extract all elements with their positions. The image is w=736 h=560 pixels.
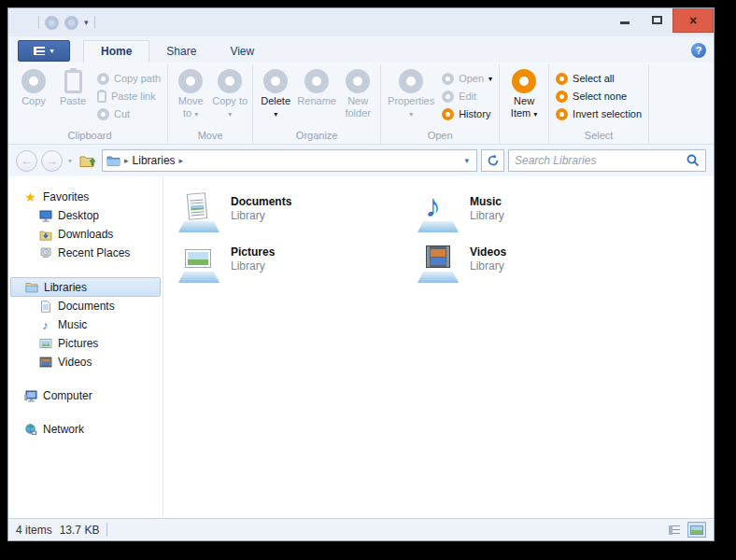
select-all-button[interactable]: Select all (556, 71, 642, 86)
sidebar-item-label: Videos (58, 356, 92, 369)
tab-share[interactable]: Share (149, 41, 213, 63)
chevron-down-icon: ▾ (274, 110, 277, 119)
qat-button-1-icon[interactable] (45, 16, 59, 30)
libraries-icon (24, 280, 38, 294)
titlebar: ▾ × (8, 8, 714, 36)
new-item-button[interactable]: New Item ▾ (502, 66, 545, 120)
item-type: Library (470, 259, 506, 273)
ribbon-group-new: New Item ▾ (500, 64, 549, 144)
group-label-clipboard: Clipboard (15, 128, 164, 144)
select-none-button[interactable]: Select none (556, 89, 642, 104)
minimize-button[interactable] (609, 8, 641, 29)
downloads-icon (38, 228, 52, 242)
documents-library-icon (175, 191, 223, 234)
file-menu-button[interactable]: ▾ (18, 40, 70, 62)
tab-view[interactable]: View (213, 41, 271, 63)
videos-icon (38, 356, 52, 370)
library-tile-music[interactable]: ♪ Music Library (410, 189, 649, 240)
sidebar-item-recent-places[interactable]: Recent Places (10, 244, 161, 262)
delete-icon (263, 69, 288, 93)
search-icon[interactable] (686, 154, 700, 167)
sidebar-item-music[interactable]: ♪ Music (10, 315, 161, 334)
copy-to-button[interactable]: Copy to ▾ (210, 66, 249, 120)
breadcrumb-libraries[interactable]: Libraries (133, 154, 176, 167)
sidebar-item-videos[interactable]: Videos (10, 353, 161, 371)
open-button[interactable]: Open ▾ (442, 71, 492, 86)
item-type: Library (470, 209, 504, 222)
open-icon (442, 73, 454, 85)
paste-link-button[interactable]: Paste link (97, 89, 161, 104)
divider (94, 16, 95, 29)
music-library-icon: ♪ (414, 191, 462, 234)
library-tile-videos[interactable]: Videos Library (410, 240, 649, 290)
sidebar-item-downloads[interactable]: Downloads (10, 225, 161, 244)
refresh-button[interactable] (481, 149, 504, 172)
edit-button[interactable]: Edit (442, 89, 492, 104)
copy-path-button[interactable]: Copy path (97, 71, 161, 86)
back-button[interactable]: ← (16, 150, 37, 172)
address-history-chevron-icon[interactable]: ▾ (460, 156, 473, 165)
properties-icon (399, 69, 423, 93)
breadcrumb-arrow-icon[interactable]: ▸ (179, 156, 184, 165)
sidebar-item-network[interactable]: Network (10, 420, 161, 439)
network-icon (23, 423, 37, 437)
ribbon-group-clipboard: Copy Paste Copy path Paste link (12, 64, 168, 144)
move-to-button[interactable]: Move to ▾ (171, 66, 210, 120)
recent-pages-chevron-icon[interactable]: ▾ (68, 157, 72, 165)
breadcrumb-arrow-icon: ▸ (124, 156, 129, 165)
group-label-organize: Organize (256, 128, 377, 144)
rename-icon (304, 69, 329, 93)
library-tile-pictures[interactable]: Pictures Library (171, 240, 410, 290)
sidebar-item-pictures[interactable]: Pictures (10, 334, 161, 353)
item-count: 4 items (16, 524, 52, 537)
paste-icon (64, 70, 82, 93)
ribbon-group-select: Select all Select none Invert selection … (549, 64, 649, 144)
rename-button[interactable]: Rename (295, 66, 338, 107)
search-input[interactable] (509, 154, 686, 167)
help-icon: ? (696, 45, 702, 56)
sidebar-item-label: Libraries (44, 281, 87, 294)
libraries-folder-icon (106, 155, 120, 167)
forward-button[interactable]: → (41, 150, 63, 172)
main-area: ★ Favorites Desktop Downloads Recent Pl (8, 176, 714, 518)
close-button[interactable]: × (672, 8, 714, 33)
desktop-icon (38, 209, 52, 223)
edit-icon (442, 91, 454, 103)
documents-icon (38, 300, 52, 314)
file-list: Documents Library ♪ Music Library (163, 176, 714, 518)
sidebar-item-favorites[interactable]: ★ Favorites (10, 188, 161, 206)
sidebar-item-documents[interactable]: Documents (10, 297, 161, 315)
new-item-icon (512, 69, 536, 93)
up-button[interactable] (78, 150, 98, 171)
qat-customize-chevron-icon[interactable]: ▾ (84, 19, 89, 27)
delete-button[interactable]: Delete▾ (256, 66, 295, 120)
refresh-icon (487, 154, 500, 167)
address-box[interactable]: ▸ Libraries ▸ ▾ (102, 149, 477, 172)
properties-button[interactable]: Properties▾ (384, 66, 438, 120)
invert-selection-icon (556, 108, 568, 120)
qat-button-2-icon[interactable] (64, 16, 78, 30)
new-folder-button[interactable]: New folder (338, 66, 377, 119)
details-view-button[interactable] (665, 522, 684, 538)
copy-button[interactable]: Copy (15, 66, 52, 107)
copy-icon (21, 69, 46, 93)
sidebar-item-desktop[interactable]: Desktop (10, 206, 161, 225)
sidebar-item-libraries[interactable]: Libraries (10, 277, 161, 297)
maximize-button[interactable] (641, 8, 672, 29)
tab-home[interactable]: Home (83, 40, 149, 63)
group-label-move: Move (171, 128, 249, 144)
back-arrow-icon: ← (21, 154, 33, 168)
invert-selection-button[interactable]: Invert selection (556, 106, 642, 121)
sidebar-item-computer[interactable]: Computer (10, 386, 161, 405)
search-box (508, 149, 706, 172)
music-note-icon: ♪ (38, 318, 52, 332)
help-button[interactable]: ? (691, 43, 706, 58)
paste-button[interactable]: Paste (52, 66, 93, 107)
thumbnail-view-button[interactable] (687, 522, 706, 538)
cut-button[interactable]: Cut (97, 106, 161, 121)
explorer-window: ▾ × ▾ Home Share View ? Copy (7, 7, 715, 541)
item-name: Documents (231, 195, 291, 208)
videos-library-icon (414, 242, 462, 285)
history-button[interactable]: History (442, 106, 492, 121)
library-tile-documents[interactable]: Documents Library (171, 189, 410, 240)
